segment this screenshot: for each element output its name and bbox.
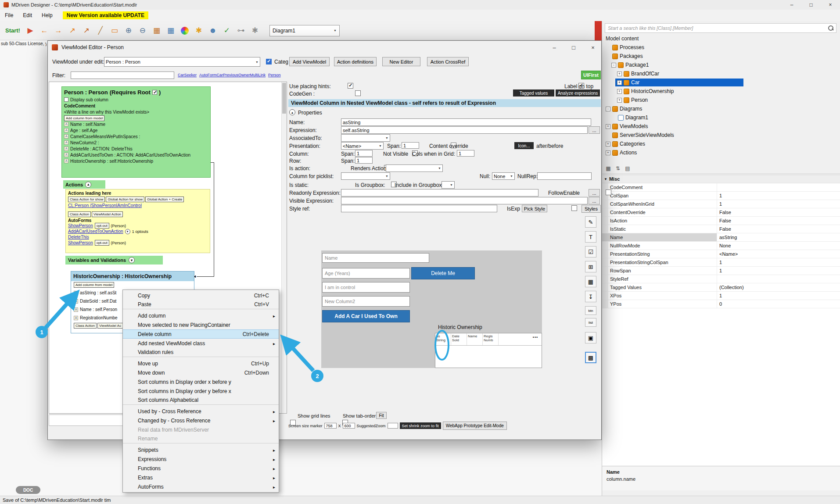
style-edit-icon[interactable]: ✎ [585, 216, 596, 228]
preview-new-column2-field[interactable]: New Column2 [322, 296, 410, 307]
preview-in-control-field[interactable]: I am in control [322, 282, 410, 293]
actions-section-header[interactable]: Actions ▴ [63, 180, 105, 189]
presentation-select[interactable]: <Name> [341, 142, 384, 150]
draw-link-icon[interactable]: ↗ [80, 24, 93, 37]
tree-item[interactable]: Diagram1 [602, 113, 840, 122]
cols-when-grid-input[interactable]: 1 [457, 150, 474, 157]
context-menu-item[interactable]: Move selected to new PlacingContainer [123, 320, 279, 329]
context-menu-item[interactable]: Changed by - Cross Reference [123, 416, 279, 425]
properties-collapse-icon[interactable]: ▴ [289, 109, 295, 115]
property-row[interactable]: StyleRef [602, 275, 840, 283]
viewmodel-column[interactable]: CamelCaseMeansWePutInSpaces : [64, 133, 208, 139]
context-menu-item[interactable]: Copy Ctrl+C [123, 291, 279, 300]
comment-placeholder[interactable]: <Write a line on why this ViewModel exis… [64, 109, 208, 115]
chevron-down-icon[interactable]: ▾ [129, 257, 135, 263]
model-search[interactable] [605, 23, 836, 33]
context-menu-item[interactable]: Real data from MDrivenServer [123, 425, 279, 434]
context-menu-item[interactable]: Add nested ViewModel class [123, 339, 279, 348]
follow-enable-checkbox[interactable] [606, 189, 611, 195]
fit-button[interactable]: Fit [376, 412, 387, 419]
property-row[interactable]: IsStatic False [602, 225, 840, 233]
readonly-ellipsis-button[interactable]: ... [589, 189, 600, 197]
icon-button[interactable]: Icon... [514, 142, 534, 149]
tree-item[interactable]: Processes [602, 43, 840, 52]
context-menu-item[interactable]: Validation rules [123, 348, 279, 357]
tree-expander-icon[interactable]: + [617, 71, 622, 76]
viewmodel-column[interactable]: HistoricOwnership : self.HistoricOwnersh… [64, 158, 208, 164]
property-row[interactable]: CodeComment [602, 183, 840, 192]
property-row[interactable]: ColSpanWhenInGrid 1 [602, 200, 840, 208]
tree-item[interactable]: - Diagrams [602, 104, 840, 113]
tree-item[interactable]: + HistoricOwnership [602, 87, 840, 96]
tree-item[interactable]: + Person [602, 96, 840, 104]
forward-arrow-icon[interactable]: → [52, 24, 65, 37]
filter-link[interactable]: Person [268, 73, 281, 77]
context-menu-item[interactable]: Functions [123, 464, 279, 473]
add-column-button[interactable]: Add column from model [64, 115, 104, 121]
table-blue-icon[interactable]: ▦ [164, 24, 177, 37]
add-column-button[interactable]: Add column from model [74, 282, 114, 288]
context-menu-item[interactable]: Add column [123, 311, 279, 320]
viewmodel-column[interactable]: Age : self.Age [64, 127, 208, 133]
style-ref-input[interactable] [341, 205, 497, 212]
tree-item[interactable]: Packages [602, 52, 840, 61]
global-action-show-button[interactable]: Global Action for show [106, 197, 144, 202]
class-action-show-button[interactable]: Class Action for show [68, 197, 105, 202]
property-row[interactable]: ColSpan 1 [602, 192, 840, 200]
variables-validations-header[interactable]: Variables and Validations ▾ [65, 256, 163, 265]
suggested-zoom-input[interactable] [388, 423, 398, 429]
use-placing-hints-checkbox[interactable] [348, 83, 353, 89]
color-wheel-icon[interactable] [178, 24, 191, 37]
property-pages-icon[interactable]: ▤ [623, 164, 632, 172]
dashed-line-icon[interactable]: ╱ [94, 24, 107, 37]
action-crossref-button[interactable]: Action CrossRef [427, 57, 469, 66]
null-select[interactable]: None [492, 172, 515, 180]
action-link[interactable]: ShowPerson [68, 223, 93, 228]
property-row[interactable]: RowSpan 1 [602, 267, 840, 275]
context-menu-item[interactable]: AutoForms [123, 482, 279, 491]
calendar-widget-icon[interactable]: ▦ [585, 276, 596, 287]
hierarchy-icon[interactable]: ⊶ [234, 24, 248, 37]
context-menu-item[interactable]: Delete column Ctrl+Delete [123, 329, 279, 339]
grid-column-header[interactable]: Name [467, 333, 483, 345]
preview-add-car-button[interactable]: Add A Car I Used To Own [322, 310, 410, 322]
tagged-values-button[interactable]: Tagged values [513, 89, 554, 97]
context-menu-item[interactable]: Expressions [123, 454, 279, 464]
tree-expander-icon[interactable]: + [617, 89, 622, 94]
close-button[interactable]: × [821, 0, 840, 10]
historic-ownership-grid[interactable]: as StringDate SoldNameRegis Numb ••• [435, 333, 542, 368]
menu-edit[interactable]: Edit [18, 10, 37, 21]
context-menu-item[interactable]: Rename [123, 434, 279, 443]
viewmodel-select[interactable]: Person : Person [104, 57, 260, 67]
tree-expander-icon[interactable]: - [611, 63, 616, 68]
display-sub-column-checkbox[interactable] [64, 97, 68, 102]
zoom-in-icon[interactable]: ⊕ [122, 24, 135, 37]
property-row[interactable]: ContentOverride False [602, 208, 840, 217]
back-arrow-icon[interactable]: ← [38, 24, 51, 37]
start-button[interactable]: Start! [3, 27, 23, 34]
text-widget-icon[interactable]: T [585, 231, 596, 243]
viewmodel-action-button[interactable]: ViewModel Ac [97, 323, 123, 329]
person-viewmodel-box[interactable]: Person : Person (Requires Root ) Display… [61, 86, 211, 178]
tree-item[interactable]: + Car [602, 78, 840, 87]
search-input[interactable] [608, 25, 828, 31]
preview-age-field[interactable]: Age (Years) [322, 268, 410, 279]
property-category[interactable]: ▼ Misc [602, 175, 840, 183]
grid-column-header[interactable]: Regis Numb [483, 333, 499, 345]
context-menu-item[interactable]: Extras [123, 473, 279, 482]
historic-box-header[interactable]: HistoricOwnership : HistoricOwnership [71, 272, 194, 281]
tree-item[interactable]: ServerSideViewModels [602, 131, 840, 139]
grid-column-header[interactable]: as String [435, 333, 451, 345]
opt-out-button[interactable]: opt-out [95, 223, 109, 229]
name-input[interactable]: asString [341, 118, 591, 126]
readonly-expression-input[interactable] [341, 189, 538, 197]
column-span-input[interactable]: 1 [355, 150, 373, 157]
scrollbar-thumb[interactable] [282, 83, 286, 114]
context-menu-item[interactable]: Snippets [123, 445, 279, 454]
action-link[interactable]: AddACarIUsedToOwnAction [68, 229, 123, 234]
settings-gear-icon[interactable]: ✱ [192, 24, 205, 37]
class-box-icon[interactable]: ▭ [108, 24, 121, 37]
grid-column-header[interactable]: Date Sold [451, 333, 467, 345]
expression-ellipsis-button[interactable]: ... [589, 126, 600, 134]
download-widget-icon[interactable]: ↧ [585, 291, 596, 302]
